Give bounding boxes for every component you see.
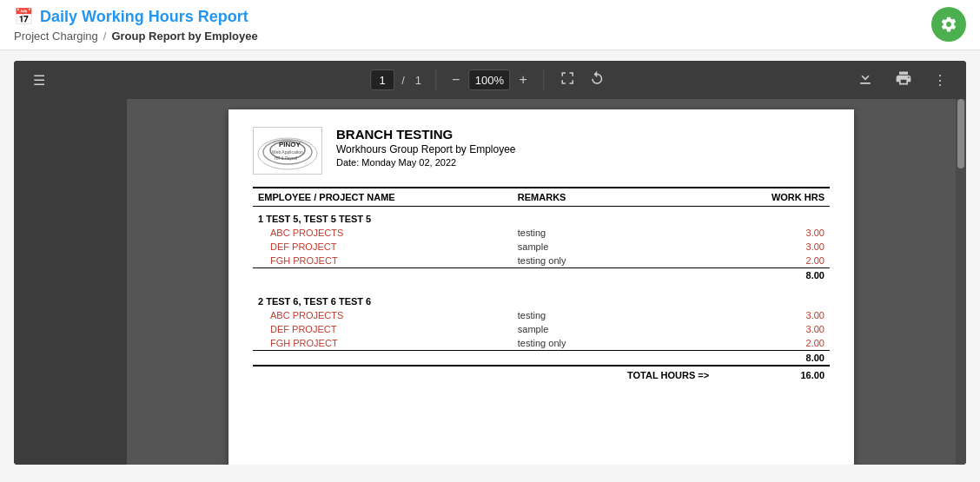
zoom-out-icon: − [452,72,460,88]
project-row: ABC PROJECTS testing 3.00 [253,226,830,240]
col-workhrs: WORK HRS [714,188,830,207]
report-date: Date: Monday May 02, 2022 [336,157,516,168]
breadcrumb-current: Group Report by Employee [111,30,257,43]
pdf-scroll-thumb[interactable] [957,99,964,168]
project-hours: 3.00 [714,240,830,254]
project-hours: 3.00 [714,308,830,322]
toolbar-left: ☰ [28,69,50,92]
project-name: DEF PROJECT [253,322,513,336]
total-empty [253,366,513,382]
table-header-row: EMPLOYEE / PROJECT NAME REMARKS WORK HRS [253,188,830,207]
subtotal-value: 8.00 [714,351,830,366]
pdf-sidebar-panel [14,99,127,465]
zoom-in-button[interactable]: + [513,69,532,91]
subtotal-empty1 [253,351,513,366]
menu-icon: ☰ [33,72,45,89]
breadcrumb: Project Charging / Group Report by Emplo… [14,30,258,43]
toolbar-right: ⋮ [851,66,952,94]
pdf-page-area[interactable]: PINOY Web Application HR & Payroll BRANC… [127,99,956,465]
project-remarks: testing only [513,254,714,268]
project-hours: 2.00 [714,254,830,268]
pdf-toolbar: ☰ / 1 − + [14,61,966,99]
page-header: 📅 Daily Working Hours Report Project Cha… [0,0,980,50]
subtotal-empty2 [513,268,714,283]
subtotal-empty2 [513,351,714,366]
page-number-input[interactable] [370,69,394,90]
employee-row: 2 TEST 6, TEST 6 TEST 6 [253,289,830,308]
company-logo: PINOY Web Application HR & Payroll [253,127,322,175]
subtotal-row: 8.00 [253,351,830,366]
zoom-input[interactable] [468,69,510,90]
download-button[interactable] [851,66,879,94]
project-remarks: sample [513,322,714,336]
subtotal-row: 8.00 [253,268,830,283]
report-branch: BRANCH TESTING [336,127,516,142]
subtotal-value: 8.00 [714,268,830,283]
pdf-scrollbar[interactable] [956,99,966,465]
project-hours: 3.00 [714,322,830,336]
total-value: 16.00 [714,366,830,382]
pdf-viewer: ☰ / 1 − + [14,61,966,465]
project-row: ABC PROJECTS testing 3.00 [253,308,830,322]
fit-page-button[interactable] [554,67,580,93]
more-options-button[interactable]: ⋮ [928,69,952,92]
project-remarks: testing [513,226,714,240]
print-button[interactable] [890,66,917,94]
settings-button[interactable] [931,7,966,42]
report-header: PINOY Web Application HR & Payroll BRANC… [253,127,830,175]
employee-name: 2 TEST 6, TEST 6 TEST 6 [253,289,830,308]
project-name: ABC PROJECTS [253,226,513,240]
page-title: Daily Working Hours Report [40,8,248,26]
svg-text:PINOY: PINOY [279,141,301,149]
toolbar-divider-2 [543,69,544,90]
report-title-block: BRANCH TESTING Workhours Group Report by… [336,127,516,168]
project-name: DEF PROJECT [253,240,513,254]
rotate-button[interactable] [584,67,610,93]
pdf-page: PINOY Web Application HR & Payroll BRANC… [228,109,854,465]
total-label: TOTAL HOURS => [513,366,714,382]
project-remarks: testing only [513,336,714,351]
project-name: FGH PROJECT [253,254,513,268]
menu-button[interactable]: ☰ [28,69,50,92]
total-row: TOTAL HOURS => 16.00 [253,366,830,382]
employee-row: 1 TEST 5, TEST 5 TEST 5 [253,207,830,227]
calendar-icon: 📅 [14,7,33,26]
subtotal-empty1 [253,268,513,283]
header-left: 📅 Daily Working Hours Report Project Cha… [14,7,258,43]
report-subtitle: Workhours Group Report by Employee [336,143,516,155]
project-remarks: sample [513,240,714,254]
project-remarks: testing [513,308,714,322]
project-hours: 2.00 [714,336,830,351]
project-row: DEF PROJECT sample 3.00 [253,240,830,254]
fit-page-icon [560,70,575,89]
gear-icon [940,16,957,33]
rotate-icon [589,70,605,89]
svg-text:Web Application: Web Application [272,149,303,155]
page-separator: / [401,74,405,87]
col-employee: EMPLOYEE / PROJECT NAME [253,188,513,207]
project-row: FGH PROJECT testing only 2.00 [253,336,830,351]
toolbar-center: / 1 − + [370,67,610,93]
employee-name: 1 TEST 5, TEST 5 TEST 5 [253,207,830,227]
print-icon [895,69,912,90]
breadcrumb-parent[interactable]: Project Charging [14,30,98,43]
header-title: 📅 Daily Working Hours Report [14,7,258,26]
col-remarks: REMARKS [513,188,714,207]
report-table: EMPLOYEE / PROJECT NAME REMARKS WORK HRS… [253,187,830,382]
project-name: ABC PROJECTS [253,308,513,322]
download-icon [857,69,874,90]
svg-text:HR & Payroll: HR & Payroll [275,156,297,161]
spacer-cell [253,282,830,289]
spacer-row [253,282,830,289]
project-row: DEF PROJECT sample 3.00 [253,322,830,336]
toolbar-divider [435,69,436,90]
pdf-content-area: PINOY Web Application HR & Payroll BRANC… [14,99,966,465]
more-icon: ⋮ [933,72,947,89]
project-name: FGH PROJECT [253,336,513,351]
zoom-in-icon: + [519,72,526,88]
project-row: FGH PROJECT testing only 2.00 [253,254,830,268]
zoom-out-button[interactable]: − [447,69,465,91]
project-hours: 3.00 [714,226,830,240]
breadcrumb-separator: / [103,30,107,43]
page-total: 1 [415,74,421,87]
